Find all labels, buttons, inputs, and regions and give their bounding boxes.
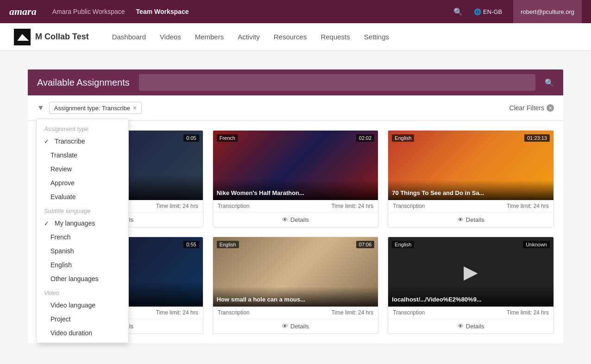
amara-public-workspace-link[interactable]: Amara Public Workspace — [52, 8, 125, 15]
video-type-5: Transcription — [218, 309, 250, 316]
filter-bar: ▼ Assignment type: Transcribe × Clear Fi… — [28, 95, 563, 121]
dropdown-item-approve[interactable]: Approve — [37, 176, 128, 190]
dropdown-item-review[interactable]: Review — [37, 162, 128, 176]
eye-icon-5: 👁 — [282, 323, 288, 330]
video-card-2: French 02:02 Nike Women's Half Marathon.… — [213, 130, 379, 227]
assignments-search-icon[interactable]: 🔍 — [545, 78, 554, 87]
assignments-search[interactable] — [139, 74, 535, 91]
nav-resources[interactable]: Resources — [274, 33, 307, 41]
details-label-2: Details — [290, 216, 309, 223]
main-content: Available Assignments 🔍 ▼ Assignment typ… — [0, 51, 591, 362]
video-title-5: How small a hole can a mous... — [213, 287, 378, 307]
nav-members[interactable]: Members — [195, 33, 224, 41]
video-thumb-3: English 01:23:13 70 Things To See and Do… — [388, 131, 553, 200]
dropdown-section-video: Video — [37, 286, 128, 298]
eye-icon-2: 👁 — [282, 216, 288, 223]
team-name: M Collab Test — [35, 32, 89, 42]
nav-activity[interactable]: Activity — [238, 33, 260, 41]
duration-badge-5: 07:06 — [356, 241, 375, 248]
video-time-limit-1: Time limit: 24 hrs — [156, 203, 198, 209]
details-label-6: Details — [466, 323, 484, 330]
dropdown-item-my-languages[interactable]: My languages — [37, 216, 128, 230]
dropdown-item-evaluate[interactable]: Evaluate — [37, 190, 128, 204]
nav-videos[interactable]: Videos — [160, 33, 181, 41]
video-type-2: Transcription — [218, 203, 250, 209]
video-time-limit-4: Time limit: 24 hrs — [156, 309, 198, 316]
filter-tag-label: Assignment type: Transcribe — [54, 105, 130, 112]
details-button-2[interactable]: 👁 Details — [282, 216, 309, 223]
assignments-header: Available Assignments 🔍 — [28, 69, 563, 95]
video-actions-5: 👁 Details — [213, 319, 378, 333]
dropdown-item-spanish[interactable]: Spanish — [37, 244, 128, 258]
details-button-6[interactable]: 👁 Details — [458, 323, 484, 330]
duration-badge-6: Unknown — [523, 241, 550, 248]
clear-filters-label: Clear Filters — [509, 104, 544, 112]
team-logo — [14, 29, 31, 45]
video-type-6: Transcription — [393, 309, 425, 316]
lang-badge-2: French — [217, 134, 238, 142]
nav-dashboard[interactable]: Dashboard — [112, 33, 146, 41]
play-icon-6: ▶ — [464, 261, 478, 282]
user-email[interactable]: robert@pculture.org — [513, 0, 582, 23]
dropdown-item-english[interactable]: English — [37, 258, 128, 272]
dropdown-item-translate[interactable]: Translate — [37, 148, 128, 162]
video-thumb-5: English 07:06 How small a hole can a mou… — [213, 237, 378, 307]
details-label-3: Details — [466, 216, 484, 223]
details-button-3[interactable]: 👁 Details — [458, 216, 484, 223]
video-type-3: Transcription — [393, 203, 425, 209]
duration-badge-2: 02:02 — [356, 134, 375, 142]
video-time-limit-3: Time limit: 24 hrs — [507, 203, 549, 209]
dropdown-item-video-language[interactable]: Video language — [37, 298, 128, 312]
video-time-limit-2: Time limit: 24 hrs — [331, 203, 373, 209]
secondary-navigation: M Collab Test Dashboard Videos Members A… — [0, 23, 591, 51]
top-navigation: amara Amara Public Workspace Team Worksp… — [0, 0, 591, 23]
dropdown-section-assignment-type: Assignment type — [37, 122, 128, 134]
dropdown-section-subtitle-language: Subtitle language — [37, 204, 128, 216]
lang-badge-6: English — [392, 241, 414, 248]
nav-settings[interactable]: Settings — [364, 33, 389, 41]
remove-filter-button[interactable]: × — [133, 104, 137, 112]
video-info-5: Transcription Time limit: 24 hrs — [213, 307, 378, 319]
video-info-2: Transcription Time limit: 24 hrs — [213, 200, 378, 213]
video-time-limit-5: Time limit: 24 hrs — [331, 309, 373, 316]
video-thumb-6: English Unknown ▶ localhost/.../Video%E2… — [388, 237, 553, 307]
nav-requests[interactable]: Requests — [321, 33, 350, 41]
eye-icon-3: 👁 — [458, 216, 464, 223]
video-time-limit-6: Time limit: 24 hrs — [507, 309, 549, 316]
details-button-5[interactable]: 👁 Details — [282, 323, 309, 330]
filter-icon: ▼ — [37, 104, 44, 112]
clear-filters-icon: ✕ — [547, 104, 554, 112]
video-card-6: English Unknown ▶ localhost/.../Video%E2… — [388, 237, 554, 334]
lang-badge-3: English — [392, 134, 414, 142]
team-workspace-link[interactable]: Team Workspace — [136, 8, 189, 15]
video-actions-6: 👁 Details — [388, 319, 553, 333]
video-info-6: Transcription Time limit: 24 hrs — [388, 307, 553, 319]
video-card-5: English 07:06 How small a hole can a mou… — [213, 237, 379, 334]
video-actions-3: 👁 Details — [388, 213, 553, 227]
video-title-3: 70 Things To See and Do in Sa... — [388, 180, 553, 200]
eye-icon-6: 👁 — [458, 323, 464, 330]
clear-filters-button[interactable]: Clear Filters ✕ — [509, 104, 554, 112]
lang-badge-5: English — [217, 241, 239, 248]
duration-badge-3: 01:23:13 — [524, 134, 550, 142]
active-filter-tag[interactable]: Assignment type: Transcribe × — [49, 102, 142, 114]
duration-badge-1: 0:05 — [183, 134, 199, 142]
dropdown-item-french[interactable]: French — [37, 230, 128, 244]
dropdown-item-video-duration[interactable]: Video duration — [37, 326, 128, 340]
dropdown-item-transcribe[interactable]: Transcribe — [37, 134, 128, 148]
team-brand: M Collab Test — [14, 29, 89, 45]
duration-badge-4: 0:55 — [183, 241, 199, 248]
assignments-title: Available Assignments — [37, 77, 130, 88]
top-search-icon[interactable]: 🔍 — [453, 7, 463, 16]
language-selector[interactable]: 🌐 EN-GB — [474, 8, 502, 15]
video-actions-2: 👁 Details — [213, 213, 378, 227]
video-title-2: Nike Women's Half Marathon... — [213, 180, 378, 200]
video-thumb-2: French 02:02 Nike Women's Half Marathon.… — [213, 131, 378, 200]
video-info-3: Transcription Time limit: 24 hrs — [388, 200, 553, 213]
video-title-6: localhost/.../Video%E2%80%9... — [388, 287, 553, 307]
language-label: EN-GB — [483, 8, 502, 15]
filter-dropdown: Assignment type Transcribe Translate Rev… — [36, 119, 129, 343]
video-card-3: English 01:23:13 70 Things To See and Do… — [388, 130, 554, 227]
dropdown-item-project[interactable]: Project — [37, 312, 128, 326]
dropdown-item-other-languages[interactable]: Other languages — [37, 272, 128, 286]
